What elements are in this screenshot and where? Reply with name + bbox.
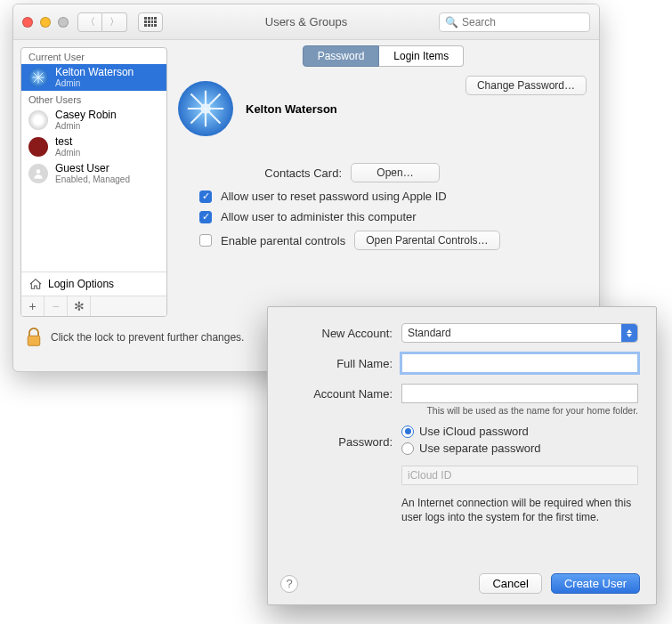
chevron-updown-icon [621, 324, 637, 342]
avatar [28, 137, 48, 157]
new-account-select[interactable]: Standard [401, 323, 638, 343]
user-controls: Contacts Card: Open… Allow user to reset… [199, 163, 588, 250]
action-menu-button[interactable]: ✻ [68, 296, 91, 316]
search-icon: 🔍 [445, 16, 458, 28]
use-icloud-label: Use iCloud password [419, 425, 529, 438]
new-account-value: Standard [408, 327, 451, 339]
sidebar-item-kelton[interactable]: Kelton Waterson Admin [21, 64, 166, 91]
snowflake-icon [31, 70, 45, 85]
show-all-button[interactable] [138, 12, 163, 32]
titlebar: 〈 〉 Users & Groups 🔍 [13, 4, 599, 40]
login-options-button[interactable]: Login Options [21, 272, 166, 296]
nav-buttons: 〈 〉 [77, 12, 127, 32]
help-button[interactable]: ? [280, 575, 298, 593]
minimize-icon[interactable] [40, 17, 51, 28]
forward-button[interactable]: 〉 [102, 12, 127, 32]
user-name: Casey Robin [55, 109, 117, 121]
window-body: Current User Kelton Waterson Admin Other… [13, 40, 599, 317]
user-role: Admin [55, 148, 80, 158]
sidebar-bottom: Login Options + − ✻ [21, 271, 166, 316]
user-name: Kelton Waterson [55, 67, 134, 78]
user-name: Guest User [55, 163, 130, 174]
icloud-id-input: iCloud ID [401, 466, 638, 485]
parental-controls-checkbox[interactable] [199, 234, 212, 247]
use-separate-label: Use separate password [419, 442, 541, 455]
sidebar-footer: + − ✻ [21, 296, 166, 316]
allow-admin-checkbox[interactable] [199, 211, 212, 223]
user-role: Admin [55, 121, 117, 131]
house-icon [28, 278, 43, 290]
connection-info: An Internet connection will be required … [401, 496, 638, 524]
new-account-sheet: New Account: Standard Full Name: Account… [267, 306, 657, 605]
open-contacts-button[interactable]: Open… [351, 163, 440, 182]
password-label: Password: [286, 435, 393, 449]
window-controls [22, 17, 69, 28]
account-name-label: Account Name: [286, 387, 393, 401]
svg-rect-10 [28, 336, 40, 345]
cancel-button[interactable]: Cancel [479, 573, 541, 594]
avatar [28, 164, 48, 183]
change-password-button[interactable]: Change Password… [466, 76, 587, 95]
avatar-large[interactable] [178, 81, 233, 136]
detail-pane: Password Login Items Kelton Waterson Cha… [167, 40, 599, 317]
contacts-card-label: Contacts Card: [199, 166, 342, 180]
user-name: test [55, 136, 80, 148]
radio-icon [401, 442, 414, 455]
new-account-label: New Account: [286, 327, 393, 340]
current-user-header: Current User [21, 48, 166, 64]
help-icon: ? [286, 577, 292, 590]
use-separate-radio[interactable]: Use separate password [401, 442, 638, 455]
lock-text: Click the lock to prevent further change… [51, 331, 244, 344]
avatar [28, 110, 48, 130]
search-input[interactable] [462, 16, 584, 28]
create-user-button[interactable]: Create User [551, 573, 640, 594]
open-parental-controls-button[interactable]: Open Parental Controls… [354, 231, 499, 250]
person-icon [32, 167, 45, 180]
lock-icon[interactable] [26, 328, 42, 347]
remove-user-button[interactable]: − [45, 296, 68, 316]
search-field[interactable]: 🔍 [439, 12, 590, 32]
sheet-footer: ? Cancel Create User [280, 573, 640, 594]
allow-reset-label: Allow user to reset password using Apple… [221, 190, 447, 203]
account-name-hint: This will be used as the name for your h… [403, 405, 638, 416]
use-icloud-radio[interactable]: Use iCloud password [401, 425, 638, 438]
full-name-label: Full Name: [286, 357, 393, 370]
close-icon[interactable] [22, 17, 33, 28]
users-sidebar: Current User Kelton Waterson Admin Other… [20, 47, 167, 317]
account-name-input[interactable] [401, 384, 638, 403]
sidebar-item-guest[interactable]: Guest User Enabled, Managed [21, 160, 166, 187]
allow-admin-label: Allow user to administer this computer [221, 210, 417, 223]
full-name-input[interactable] [401, 353, 638, 373]
gear-icon: ✻ [74, 299, 85, 313]
login-options-label: Login Options [48, 278, 114, 290]
parental-controls-label: Enable parental controls [221, 234, 345, 247]
avatar [28, 68, 48, 87]
user-role: Enabled, Managed [55, 174, 130, 184]
sidebar-item-test[interactable]: test Admin [21, 134, 166, 160]
user-role: Admin [55, 78, 134, 88]
tab-password[interactable]: Password [303, 45, 380, 67]
sidebar-item-casey[interactable]: Casey Robin Admin [21, 107, 166, 134]
back-button[interactable]: 〈 [77, 12, 102, 32]
svg-point-4 [36, 169, 41, 174]
other-users-header: Other Users [21, 91, 166, 107]
allow-reset-checkbox[interactable] [199, 190, 212, 203]
grid-icon [144, 17, 157, 28]
selected-user-name: Kelton Waterson [246, 102, 337, 116]
icloud-id-placeholder: iCloud ID [408, 469, 451, 482]
add-user-button[interactable]: + [21, 296, 45, 316]
detail-tabs: Password Login Items [178, 45, 588, 67]
radio-icon [401, 425, 414, 438]
zoom-icon[interactable] [58, 17, 69, 28]
snowflake-icon [186, 89, 225, 128]
tab-login-items[interactable]: Login Items [379, 45, 464, 67]
